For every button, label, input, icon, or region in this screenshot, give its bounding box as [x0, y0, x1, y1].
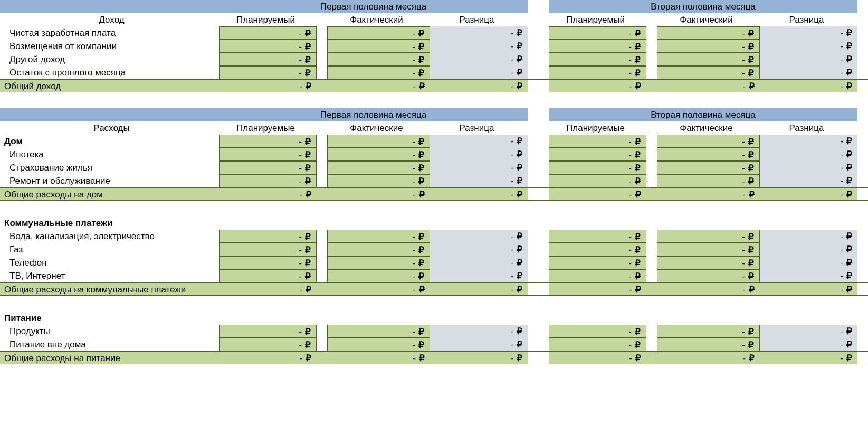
- half-block: -₽ -₽ -₽: [549, 338, 857, 351]
- diff-cell: -₽: [760, 135, 857, 148]
- actual-cell[interactable]: -₽: [327, 135, 430, 148]
- half-block: -₽ -₽ -₽: [219, 230, 528, 243]
- col-diff: Разница: [760, 121, 857, 135]
- planned-cell[interactable]: -₽: [219, 26, 317, 40]
- actual-cell[interactable]: -₽: [327, 53, 430, 66]
- planned-cell[interactable]: -₽: [549, 26, 646, 40]
- diff-cell: -₽: [760, 148, 857, 161]
- planned-cell[interactable]: -₽: [219, 338, 317, 351]
- actual-cell[interactable]: -₽: [327, 174, 430, 187]
- expense-row-label: Страхование жилья: [0, 161, 219, 174]
- planned-cell[interactable]: -₽: [549, 148, 646, 161]
- second-half-total: -₽ -₽ -₽: [549, 80, 857, 92]
- planned-cell[interactable]: -₽: [219, 66, 317, 79]
- header-gap: [528, 0, 549, 13]
- total-planned: -₽: [549, 80, 646, 92]
- total-diff: -₽: [430, 283, 528, 295]
- actual-cell[interactable]: -₽: [327, 269, 430, 282]
- actual-cell[interactable]: -₽: [657, 269, 760, 282]
- actual-cell[interactable]: -₽: [657, 338, 760, 351]
- actual-cell[interactable]: -₽: [657, 148, 760, 161]
- half-block: -₽ -₽ -₽: [219, 40, 528, 53]
- diff-cell: -₽: [430, 325, 528, 338]
- half-block: -₽ -₽ -₽: [219, 325, 528, 338]
- planned-cell[interactable]: -₽: [549, 66, 646, 79]
- expense-row: Газ -₽ -₽ -₽ -₽ -₽ -₽: [0, 243, 868, 256]
- planned-cell[interactable]: -₽: [549, 230, 646, 243]
- planned-cell[interactable]: -₽: [219, 325, 317, 338]
- expenses-subheader-row: Расходы Планируемые Фактические Разница …: [0, 121, 868, 135]
- actual-cell[interactable]: -₽: [327, 256, 430, 269]
- actual-cell[interactable]: -₽: [657, 66, 760, 79]
- total-actual: -₽: [327, 188, 430, 200]
- actual-cell[interactable]: -₽: [327, 40, 430, 53]
- half-block: -₽ -₽ -₽: [219, 243, 528, 256]
- expense-total-row: Общие расходы на дом -₽ -₽ -₽ -₽ -₽ -₽: [0, 187, 868, 201]
- planned-cell[interactable]: -₽: [549, 161, 646, 174]
- actual-cell[interactable]: -₽: [657, 174, 760, 187]
- planned-cell[interactable]: -₽: [549, 135, 646, 148]
- col-planned: Планируемый: [549, 13, 646, 26]
- actual-cell[interactable]: -₽: [657, 161, 760, 174]
- planned-cell[interactable]: -₽: [549, 53, 646, 66]
- diff-cell: -₽: [760, 174, 857, 187]
- actual-cell[interactable]: -₽: [657, 256, 760, 269]
- actual-cell[interactable]: -₽: [327, 325, 430, 338]
- second-half-subheader: Планируемые Фактические Разница: [549, 121, 857, 135]
- expense-category-label: Дом: [0, 135, 219, 148]
- actual-cell[interactable]: -₽: [327, 66, 430, 79]
- actual-cell[interactable]: -₽: [327, 243, 430, 256]
- total-diff: -₽: [760, 352, 857, 364]
- actual-cell[interactable]: -₽: [657, 40, 760, 53]
- planned-cell[interactable]: -₽: [219, 40, 317, 53]
- half-block: -₽ -₽ -₽: [219, 174, 528, 187]
- income-total-row: Общий доход -₽ -₽ -₽ -₽ -₽ -₽: [0, 79, 868, 92]
- planned-cell[interactable]: -₽: [219, 135, 317, 148]
- first-half-subheader: Планируемый Фактический Разница: [219, 13, 528, 26]
- actual-cell[interactable]: -₽: [327, 338, 430, 351]
- planned-cell[interactable]: -₽: [549, 174, 646, 187]
- expense-row: Телефон -₽ -₽ -₽ -₽ -₽ -₽: [0, 256, 868, 269]
- half-total: -₽ -₽ -₽: [549, 352, 857, 364]
- planned-cell[interactable]: -₽: [219, 269, 317, 282]
- planned-cell[interactable]: -₽: [549, 40, 646, 53]
- planned-cell[interactable]: -₽: [549, 325, 646, 338]
- actual-cell[interactable]: -₽: [657, 53, 760, 66]
- expense-row-label: ТВ, Интернет: [0, 269, 219, 282]
- planned-cell[interactable]: -₽: [549, 269, 646, 282]
- half-block: -₽ -₽ -₽: [219, 148, 528, 161]
- actual-cell[interactable]: -₽: [657, 243, 760, 256]
- actual-cell[interactable]: -₽: [657, 26, 760, 40]
- income-row: Другой доход -₽ -₽ -₽ -₽ -₽ -₽: [0, 53, 868, 66]
- planned-cell[interactable]: -₽: [549, 256, 646, 269]
- planned-cell[interactable]: -₽: [549, 243, 646, 256]
- diff-cell: -₽: [430, 174, 528, 187]
- planned-cell[interactable]: -₽: [219, 161, 317, 174]
- planned-cell[interactable]: -₽: [219, 256, 317, 269]
- planned-cell[interactable]: -₽: [219, 230, 317, 243]
- half-block: -₽ -₽ -₽: [549, 40, 857, 53]
- first-half-subheader: Планируемые Фактические Разница: [219, 121, 528, 135]
- income-rows: Чистая заработная плата -₽ -₽ -₽ -₽ -₽ -…: [0, 26, 868, 79]
- actual-cell[interactable]: -₽: [657, 325, 760, 338]
- expense-row-label: Телефон: [0, 256, 219, 269]
- col-diff: Разница: [430, 121, 528, 135]
- col-planned: Планируемые: [219, 121, 317, 135]
- half-block: -₽ -₽ -₽: [219, 269, 528, 282]
- expense-category-row: Коммунальные платежи: [0, 216, 868, 230]
- actual-cell[interactable]: -₽: [327, 148, 430, 161]
- planned-cell[interactable]: -₽: [219, 148, 317, 161]
- planned-cell[interactable]: -₽: [219, 174, 317, 187]
- actual-cell[interactable]: -₽: [327, 26, 430, 40]
- actual-cell[interactable]: -₽: [657, 135, 760, 148]
- actual-cell[interactable]: -₽: [657, 230, 760, 243]
- actual-cell[interactable]: -₽: [327, 230, 430, 243]
- diff-cell: -₽: [430, 135, 528, 148]
- planned-cell[interactable]: -₽: [549, 338, 646, 351]
- actual-cell[interactable]: -₽: [327, 161, 430, 174]
- expense-row: Страхование жилья -₽ -₽ -₽ -₽ -₽ -₽: [0, 161, 868, 174]
- planned-cell[interactable]: -₽: [219, 53, 317, 66]
- first-half-title: Первая половина месяца: [320, 108, 426, 121]
- planned-cell[interactable]: -₽: [219, 243, 317, 256]
- diff-cell: -₽: [430, 256, 528, 269]
